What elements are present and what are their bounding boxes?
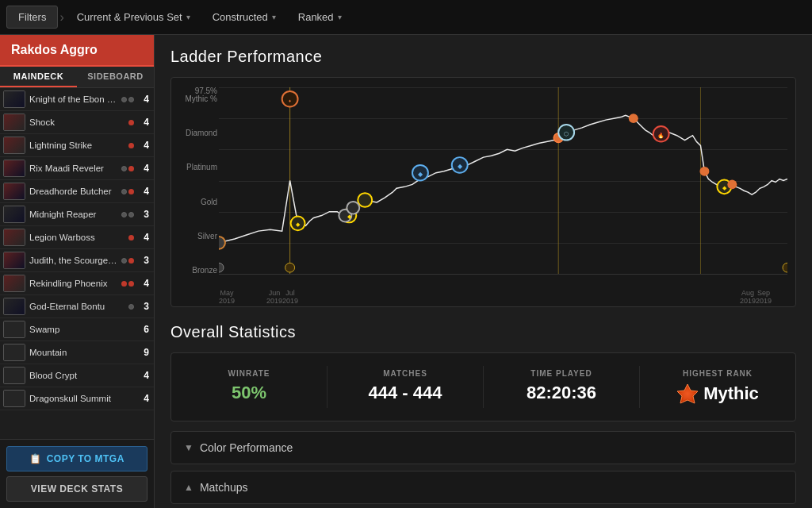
card-name: Blood Crypt [29,371,130,380]
card-name: Judith, the Scourge ... [29,256,117,265]
svg-text:◆: ◆ [458,163,463,170]
copy-icon: 📋 [29,453,42,464]
date-labels: May 2019 Jun 2019 Jul 2019 Aug 2019 Sep [219,289,787,305]
sidebar-buttons: 📋 COPY TO MTGA VIEW DECK STATS [0,439,154,508]
matchups-label: Matchups [200,481,248,494]
card-list: Knight of the Ebon L...4Shock4Lightning … [0,88,154,439]
list-item[interactable]: Mountain9 [0,341,154,364]
card-thumbnail [4,298,25,314]
svg-point-29 [783,263,787,272]
card-count: 4 [138,140,149,151]
svg-point-13 [629,114,638,123]
view-deck-stats-button[interactable]: VIEW DECK STATS [6,476,147,502]
mana-symbol [128,212,134,217]
matchups-toggle[interactable]: ▲ Matchups [170,471,796,504]
list-item[interactable]: Swamp6 [0,318,154,341]
card-mana-cost [121,258,134,264]
card-name: Rix Maadi Reveler [29,164,117,173]
format-selector[interactable]: Current & Previous Set ▾ [66,6,201,28]
card-count: 4 [138,186,149,197]
card-name: Knight of the Ebon L... [29,94,117,104]
mana-symbol [128,166,134,171]
stat-matches: MATCHES 444 - 444 [327,366,484,408]
mode-arrow-icon: ▾ [272,13,276,21]
card-thumbnail [4,252,25,268]
list-item[interactable]: God-Eternal Bontu3 [0,295,154,318]
list-item[interactable]: Rekindling Phoenix4 [0,272,154,295]
list-item[interactable]: Midnight Reaper3 [0,203,154,226]
card-count: 4 [138,393,149,404]
rank-value: Mythic [653,383,783,405]
card-thumbnail [4,206,25,222]
list-item[interactable]: Legion Warboss4 [0,226,154,249]
card-name: Lightning Strike [29,140,124,150]
card-name: Dragonskull Summit [29,394,130,403]
svg-text:◆: ◆ [418,171,423,178]
svg-point-28 [285,263,295,272]
stats-grid: WINRATE 50% MATCHES 444 - 444 TIME PLAYE… [170,352,796,421]
time-label: TIME PLAYED [496,369,626,378]
y-label-platinum: Platinum [174,164,217,171]
card-name: Dreadhorde Butcher [29,187,117,196]
y-label-bronze: Bronze [174,267,217,275]
card-name: Midnight Reaper [29,210,117,219]
matches-label: MATCHES [340,369,470,378]
card-count: 6 [138,324,149,335]
y-label-gold: Gold [174,198,217,206]
tab-maindeck[interactable]: MAINDECK [0,67,77,87]
card-thumbnail [4,137,25,153]
stat-time: TIME PLAYED 82:20:36 [484,366,640,408]
list-item[interactable]: Lightning Strike4 [0,134,154,157]
card-name: Rekindling Phoenix [29,279,117,288]
date-jul: Jul 2019 [282,289,298,305]
y-label-silver: Silver [174,233,217,241]
stats-title: Overall Statistics [170,323,796,341]
svg-text:🔥: 🔥 [657,132,665,139]
card-thumbnail [4,160,25,176]
svg-point-16 [727,180,737,190]
chart-svg: ♦ ◆ ◆ ⬡ 🔥 ◆ ◆ ◆ [219,87,787,274]
card-thumbnail [4,275,25,291]
date-jun: Jun 2019 [266,289,282,305]
card-thumbnail [4,114,25,130]
list-item[interactable]: Judith, the Scourge ...3 [0,249,154,272]
card-count: 3 [138,255,149,266]
svg-text:♦: ♦ [289,98,291,103]
mana-symbol [128,143,134,148]
rank-label: HIGHEST RANK [653,369,783,378]
filters-label: Filters [18,11,46,23]
list-item[interactable]: Dragonskull Summit4 [0,387,154,410]
list-item[interactable]: Dreadhorde Butcher4 [0,180,154,203]
rank-selector[interactable]: Ranked ▾ [287,6,353,28]
mana-symbol [121,97,127,102]
chart-y-axis: 97.5%Mythic % Diamond Platinum Gold Silv… [174,87,217,275]
overall-stats-section: Overall Statistics WINRATE 50% MATCHES 4… [170,323,796,504]
card-thumbnail [4,229,25,245]
list-item[interactable]: Rix Maadi Reveler4 [0,157,154,180]
svg-point-3 [219,237,225,249]
list-item[interactable]: Shock4 [0,111,154,134]
mode-selector[interactable]: Constructed ▾ [201,6,287,28]
mythic-rank-icon [676,383,699,405]
winrate-label: WINRATE [184,369,314,378]
tab-sideboard[interactable]: SIDEBOARD [77,67,154,87]
rank-label: Ranked [298,11,334,23]
card-thumbnail [4,91,25,107]
card-name: Shock [29,117,124,127]
svg-point-15 [699,167,709,176]
format-arrow-icon: ▾ [186,13,190,21]
deck-tabs: MAINDECK SIDEBOARD [0,67,154,88]
list-item[interactable]: Blood Crypt4 [0,364,154,387]
main-layout: Rakdos Aggro MAINDECK SIDEBOARD Knight o… [0,35,812,508]
color-performance-toggle[interactable]: ▼ Color Performance [170,431,796,464]
ladder-chart: 97.5%Mythic % Diamond Platinum Gold Silv… [170,77,796,307]
list-item[interactable]: Knight of the Ebon L...4 [0,88,154,111]
chart-title: Ladder Performance [170,48,796,66]
copy-to-mtga-button[interactable]: 📋 COPY TO MTGA [6,446,147,471]
card-count: 4 [138,94,149,105]
stat-winrate: WINRATE 50% [171,366,327,408]
rank-arrow-icon: ▾ [338,13,342,21]
card-count: 4 [138,278,149,289]
filters-button[interactable]: Filters [6,6,58,29]
main-content: Ladder Performance 97.5%Mythic % Diamond… [155,35,812,508]
